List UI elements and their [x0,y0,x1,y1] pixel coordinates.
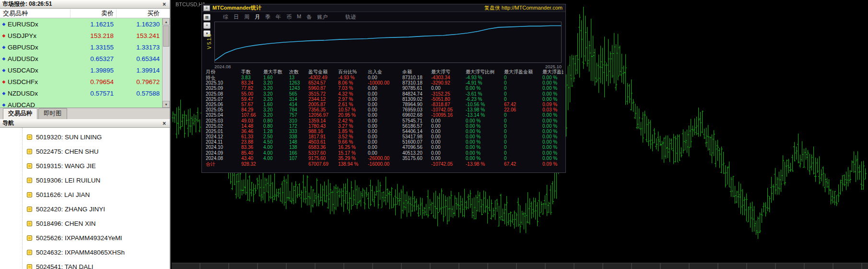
market-watch-tab[interactable]: 即时图 [38,108,67,119]
account-list-item[interactable]: 5024541: TAN DALI [0,259,170,269]
chart-time-scrollbar[interactable] [172,263,868,269]
account-list-item[interactable]: 5011626: LAI JIAN [0,187,170,202]
stats-cell: 0 [503,129,541,134]
account-list-item[interactable]: 5019306: LEI RUILUN [0,173,170,187]
account-list-item[interactable]: 5019320: SUN LINING [0,130,170,144]
stats-cell: 5337.60 [307,150,337,156]
stats-cell: 0.00 [430,123,465,129]
market-watch-tab[interactable]: 交易品种 [3,108,37,119]
stats-table-row: 2024.1123.884.501484503.619.66 %0.005160… [205,139,563,145]
stats-panel-titlebar[interactable]: ≡ MTCommander统计 复盘侠 http://MTCommander.c… [202,4,565,12]
stats-menu-item[interactable]: 轨迹 [345,13,356,21]
scroll-up-icon[interactable]: ▲ [163,18,170,25]
stats-cell: 0.00 [367,102,401,107]
stats-cell: -5051.80 [430,97,465,102]
account-list-item[interactable]: 5025626: IXPAMM49324YeMl [0,231,170,245]
stats-cell: 4.00 [262,145,288,150]
scrollbar-thumb[interactable] [163,25,169,47]
market-watch-row[interactable]: ◆NZDUSDx0.575710.57588 [0,87,162,99]
stats-cell: 合计 [205,161,240,167]
stats-menu-item[interactable]: 季 [265,13,270,21]
stats-cell: 0.00 % [465,123,503,129]
stats-cell: 107 [288,156,307,161]
market-watch-row[interactable]: ◆USDCHFx0.796540.79672 [0,76,162,87]
market-watch-row[interactable]: ◆AUDCAD [0,99,162,108]
stats-menu-item[interactable]: 周 [244,13,249,21]
market-watch-row[interactable]: ◆GBPUSDx1.331551.33173 [0,41,162,53]
market-watch-row[interactable]: ◆AUDUSDx0.653270.65344 [0,53,162,64]
account-list-item[interactable]: 5022475: CHEN SHU [0,144,170,159]
stats-cell: 1359.14 [307,118,337,123]
stats-cell: 83.24 [240,80,262,86]
stats-cell: -13.98 % [465,107,503,112]
stats-menu-item[interactable]: 综 [223,13,228,21]
symbol-name: NZDUSDx [8,90,70,97]
market-watch-row[interactable]: ◆EURUSDx1.162151.16230 [0,18,162,30]
stats-menu-item[interactable]: 日 [234,13,239,21]
account-list-item[interactable]: 5022420: ZHANG JINYI [0,202,170,216]
stats-cell: 2024.11 [205,139,240,145]
account-list-item[interactable]: 5019315: WANG JIE [0,159,170,173]
stats-menu-item[interactable]: 账户 [317,13,328,21]
stats-cell: 4.00 [262,156,288,161]
market-watch-title: 市场报价: 08:26:51 [2,0,52,8]
stats-menu-item[interactable]: 币 [286,13,292,21]
stats-column-header: 出入金 [367,69,401,75]
stats-cell: 2024.09 [205,150,240,156]
market-watch-row[interactable]: ◆USDCADx1.398951.39914 [0,64,162,76]
stats-menu-item[interactable]: 备 [306,13,312,21]
stats-cell: 81309.02 [401,97,430,102]
column-header-bid[interactable]: 卖价 [70,9,116,18]
stats-cell: 22.06 [503,107,541,112]
account-key-icon [27,250,32,255]
stats-cell: 14.48 [240,123,262,129]
market-watch-scrollbar[interactable]: ▲ ▼ [162,18,170,108]
scroll-down-icon[interactable]: ▼ [163,101,170,108]
market-watch-panel: 市场报价: 08:26:51 × 交易品种 卖价 买价 ◆EURUSDx1.16… [0,0,170,119]
market-watch-row[interactable]: ◆USDJPYx153.218153.241 [0,30,162,41]
stats-cell: 16.25 % [337,145,367,150]
stats-cell: 43.40 [240,156,262,161]
account-key-icon [27,264,32,269]
stats-menu-item[interactable]: 年 [276,13,281,21]
account-key-icon [27,134,32,140]
price-up-icon: ◆ [0,91,8,96]
stats-cell: 338 [288,134,307,139]
stats-cell: 0.00 % [541,75,563,80]
version-label: V 5.1.5 [207,27,212,56]
column-header-ask[interactable]: 买价 [116,9,162,18]
close-icon[interactable]: × [161,120,167,127]
stats-cell: 3.20 [262,107,288,112]
stats-cell: 83.36 [240,145,262,150]
stats-cell: 3.20 [262,80,288,86]
account-list-item[interactable]: 5018496: CHEN XIN [0,216,170,231]
stats-cell: -10.56 % [465,102,503,107]
stats-cell: 0.00 [430,129,465,134]
stats-cell: 87310.18 [401,80,430,86]
stats-cell: 0 [503,75,541,80]
column-header-symbol[interactable]: 交易品种 [0,9,70,18]
stats-cell: 6583.36 [307,145,337,150]
stats-cell: 2025.04 [205,112,240,118]
stats-panel-brand-link[interactable]: 复盘侠 http://MTCommander.com [484,4,563,12]
stats-column-header: 百分比% [337,69,367,75]
stats-cell: 2025.01 [205,129,240,134]
panel-menu-icon[interactable]: ≡ [203,5,210,11]
stats-cell: 0.00 % [465,134,503,139]
close-icon[interactable]: × [161,1,167,8]
menu-button[interactable]: ▦ [203,14,211,21]
stats-menu-item[interactable]: 月 [255,13,260,21]
stats-cell: 784 [288,107,307,112]
stats-menu-item[interactable]: M [297,13,301,21]
account-list-item[interactable]: 5024632: IXPAMM48065XHSh [0,245,170,259]
market-watch-rows: ◆EURUSDx1.162151.16230◆USDJPYx153.218153… [0,18,170,108]
navigator-titlebar[interactable]: 导航 × [0,119,170,128]
stats-cell: 2025.10 [205,80,240,86]
stats-cell: 35.29 % [337,156,367,161]
stats-cell: 0.00 % [541,139,563,145]
market-watch-titlebar[interactable]: 市场报价: 08:26:51 × [0,0,170,9]
stats-table-row: 2024.0985.404.001665337.6015.17 %0.00405… [205,150,563,156]
stats-table-row: 2025.0759.473.203142344.122.97 %0.008130… [205,97,563,102]
stats-cell: 0.00 % [465,86,503,91]
symbol-name: AUDUSDx [8,55,70,62]
